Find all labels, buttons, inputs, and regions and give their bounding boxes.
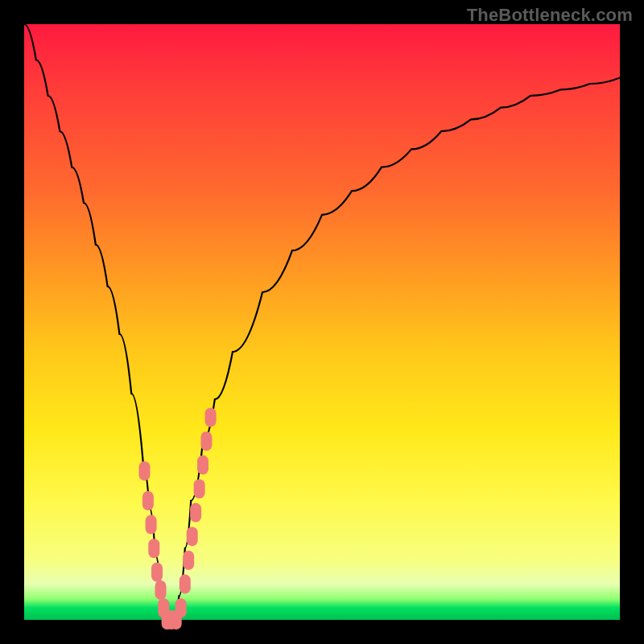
marker-point [187, 526, 198, 546]
plot-area [24, 24, 620, 620]
marker-point [205, 407, 217, 427]
marker-point [194, 479, 205, 498]
marker-point [190, 503, 201, 522]
marker-point [142, 491, 154, 510]
marker-point [175, 598, 187, 617]
marker-point [180, 575, 191, 594]
marker-point [155, 580, 167, 600]
curve-svg [24, 24, 620, 620]
marker-point [200, 431, 212, 451]
curve-path [24, 24, 620, 620]
marker-point [146, 515, 157, 535]
marker-point [183, 551, 194, 570]
marker-point [148, 539, 159, 558]
watermark-text: TheBottleneck.com [467, 5, 633, 26]
marker-point [197, 456, 208, 475]
marker-group [139, 407, 217, 630]
chart-frame: TheBottleneck.com [0, 0, 644, 644]
marker-point [139, 461, 151, 481]
bottleneck-curve [24, 24, 620, 620]
marker-point [151, 563, 163, 582]
